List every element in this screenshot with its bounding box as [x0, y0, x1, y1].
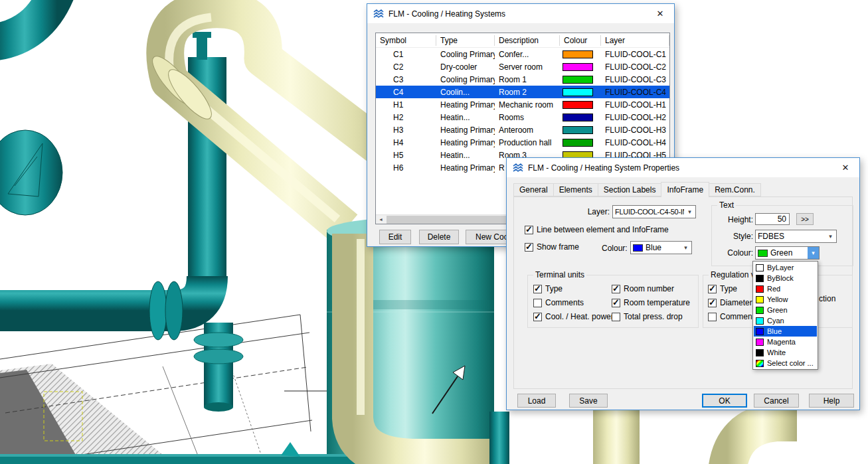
colour-swatch: [756, 349, 764, 356]
style-combobox[interactable]: FDBES ▾: [755, 230, 837, 243]
table-row[interactable]: H3Heating PrimaryAnteroomFLUID-COOL-H3: [376, 123, 669, 136]
dropdown-item-green[interactable]: Green: [754, 305, 817, 315]
chevron-down-icon[interactable]: ▾: [808, 247, 819, 259]
colour-swatch: [563, 139, 593, 147]
edit-button[interactable]: Edit: [379, 230, 411, 244]
chevron-down-icon[interactable]: ▾: [680, 242, 691, 254]
colour-swatch: [563, 63, 593, 71]
regulation-valves-column: TypeDiameterComments: [708, 283, 758, 325]
table-row[interactable]: H2Heatin...RoomsFLUID-COOL-H2: [376, 111, 669, 123]
colour-swatch: [758, 250, 768, 257]
text-colour-label: Colour:: [721, 248, 753, 258]
dropdown-item-bylayer[interactable]: ByLayer: [754, 262, 817, 273]
checkbox-type[interactable]: Type: [708, 283, 758, 294]
scroll-left-icon[interactable]: ◄: [376, 215, 386, 224]
expand-button[interactable]: >>: [796, 213, 814, 225]
checkbox-box[interactable]: [612, 299, 620, 307]
checkbox-comments[interactable]: Comments: [708, 311, 758, 322]
table-row[interactable]: C1Cooling PrimaryConfer...FLUID-COOL-C1: [376, 48, 669, 60]
dropdown-item-byblock[interactable]: ByBlock: [754, 273, 817, 283]
layer-combobox[interactable]: FLUID-COOL-C4-50-IN ▾: [612, 205, 696, 218]
load-button[interactable]: Load: [517, 394, 556, 408]
checkbox-box[interactable]: [533, 299, 542, 307]
table-row[interactable]: C2Dry-coolerServer roomFLUID-COOL-C2: [376, 60, 669, 73]
colour-swatch: [756, 328, 764, 335]
checkbox-line-between-element-and-infoframe[interactable]: Line between element and InfoFrame: [525, 225, 669, 234]
column-header-symbol[interactable]: Symbol: [376, 35, 436, 46]
checkbox-box[interactable]: [708, 285, 717, 293]
table-header: Symbol Type Description Colour Layer: [376, 33, 669, 48]
column-header-colour[interactable]: Colour: [560, 35, 601, 46]
delete-button[interactable]: Delete: [419, 230, 459, 244]
checkbox-cool-heat-power[interactable]: Cool. / Heat. power: [533, 311, 614, 322]
frame-colour-combobox[interactable]: Blue ▾: [630, 241, 692, 254]
style-label: Style:: [721, 232, 753, 241]
dropdown-item-magenta[interactable]: Magenta: [754, 337, 817, 347]
table-row[interactable]: C3Cooling PrimaryRoom 1FLUID-COOL-C3: [376, 73, 669, 86]
tab-infoframe[interactable]: InfoFrame: [661, 182, 709, 197]
checkbox-box[interactable]: [525, 243, 533, 252]
tab-strip: GeneralElementsSection LabelsInfoFrameRe…: [513, 183, 760, 196]
text-colour-combobox[interactable]: Green ▾: [755, 246, 820, 260]
checkbox-total-press-drop[interactable]: Total press. drop: [612, 311, 690, 322]
colour-swatch: [756, 296, 764, 303]
checkbox-box[interactable]: [525, 226, 533, 234]
checkbox-box[interactable]: [708, 299, 717, 307]
table-row[interactable]: H4Heating PrimaryProduction hallFLUID-CO…: [376, 136, 669, 149]
save-button[interactable]: Save: [569, 394, 608, 408]
colour-dropdown-list[interactable]: ByLayerByBlockRedYellowGreenCyanBlueMage…: [752, 261, 818, 370]
help-button[interactable]: Help: [809, 394, 854, 408]
column-header-layer[interactable]: Layer: [601, 35, 669, 46]
tab-general[interactable]: General: [513, 183, 554, 196]
terminal-units-group: Terminal units TypeCommentsCool. / Heat.…: [527, 275, 699, 328]
properties-dialog: FLM - Cooling / Heating System Propertie…: [506, 157, 860, 410]
table-row[interactable]: C4Coolin...Room 2FLUID-COOL-C4: [376, 86, 669, 98]
height-label: Height:: [721, 215, 753, 224]
chevron-down-icon[interactable]: ▾: [684, 206, 695, 218]
close-icon[interactable]: ✕: [649, 4, 671, 23]
checkbox-box[interactable]: [612, 313, 620, 321]
dropdown-item-red[interactable]: Red: [754, 283, 817, 294]
tab-rem-conn[interactable]: Rem.Conn.: [709, 183, 761, 196]
flm-app-icon: [513, 163, 523, 173]
tab-elements[interactable]: Elements: [553, 183, 598, 196]
checkbox-type[interactable]: Type: [533, 283, 614, 294]
table-row[interactable]: H1Heating PrimaryMechanic roomFLUID-COOL…: [376, 98, 669, 111]
checkbox-box[interactable]: [533, 285, 542, 293]
dropdown-item-blue[interactable]: Blue: [754, 326, 817, 337]
column-header-description[interactable]: Description: [495, 35, 560, 46]
checkbox-comments[interactable]: Comments: [533, 297, 614, 308]
checkbox-room-number[interactable]: Room number: [612, 283, 690, 294]
checkbox-box[interactable]: [533, 313, 542, 321]
properties-titlebar[interactable]: FLM - Cooling / Heating System Propertie…: [507, 158, 859, 177]
chevron-down-icon[interactable]: ▾: [825, 230, 836, 242]
checkbox-show-frame[interactable]: Show frame: [525, 242, 579, 252]
colour-swatch: [756, 317, 764, 325]
close-icon[interactable]: ✕: [834, 158, 857, 177]
tab-section-labels[interactable]: Section Labels: [598, 183, 662, 196]
colour-swatch: [563, 101, 593, 109]
dropdown-item-white[interactable]: White: [754, 347, 817, 358]
colour-swatch: [756, 339, 764, 346]
dropdown-item-yellow[interactable]: Yellow: [754, 294, 817, 305]
systems-table-body: C1Cooling PrimaryConfer...FLUID-COOL-C1C…: [376, 48, 669, 174]
ok-button[interactable]: OK: [702, 394, 747, 408]
colour-swatch: [756, 285, 764, 293]
height-input[interactable]: [755, 213, 790, 225]
colour-swatch: [563, 114, 593, 121]
systems-dialog-title: FLM - Cooling / Heating Systems: [389, 9, 649, 19]
terminal-units-column-2: Room numberRoom temperatureTotal press. …: [612, 283, 690, 325]
column-header-type[interactable]: Type: [436, 35, 495, 46]
text-group: Text Height: >> Style: FDBES ▾ Colour: G…: [711, 205, 853, 266]
dropdown-item-cyan[interactable]: Cyan: [754, 315, 817, 326]
colour-swatch: [756, 307, 764, 314]
layer-label: Layer:: [561, 207, 610, 216]
checkbox-box[interactable]: [612, 285, 620, 293]
systems-titlebar[interactable]: FLM - Cooling / Heating Systems ✕: [367, 4, 674, 23]
dropdown-item-select-color[interactable]: Select color ...: [754, 358, 817, 368]
colour-swatch: [756, 264, 764, 271]
checkbox-room-temperature[interactable]: Room temperature: [612, 297, 690, 308]
checkbox-diameter[interactable]: Diameter: [708, 297, 758, 308]
checkbox-box[interactable]: [708, 313, 717, 321]
cancel-button[interactable]: Cancel: [754, 394, 799, 408]
